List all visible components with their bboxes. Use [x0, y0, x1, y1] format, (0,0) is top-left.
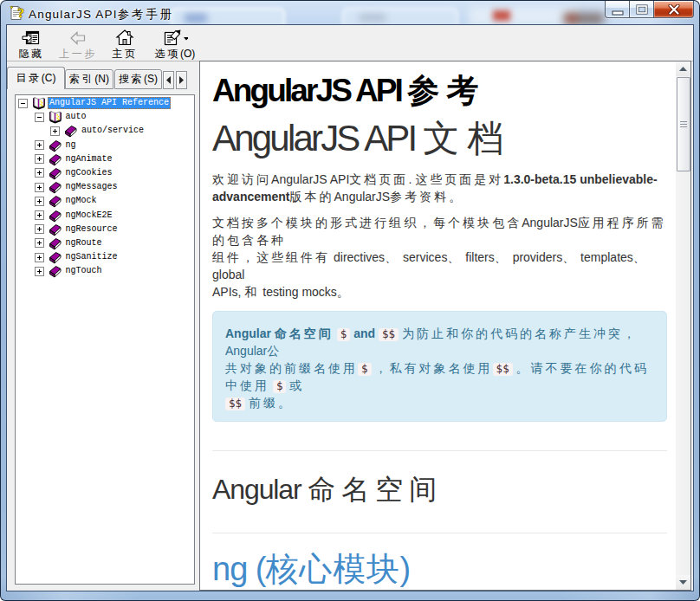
tab-index[interactable]: 索引(N): [65, 69, 113, 89]
back-label: 上一步: [59, 48, 97, 60]
section-title: Angular 命名空间: [212, 475, 667, 505]
tree-item-label: ngAnimate: [64, 153, 114, 165]
expander-icon[interactable]: [35, 253, 44, 262]
blurred-tab-3: [469, 7, 578, 25]
contents-tree: AngularJS API Reference: [15, 94, 195, 585]
paragraph-line: 文档按多个模块的形式进行组织，每个模块包含AngularJS应用程序所需的包含各…: [212, 214, 667, 249]
home-label: 主页: [112, 48, 137, 60]
left-arrow-icon: [166, 76, 171, 84]
divider: [212, 533, 667, 533]
options-button[interactable]: 选项(O): [149, 26, 201, 61]
maximize-icon: [636, 4, 648, 15]
toolbar: 隐藏 上一步 主页: [7, 25, 693, 61]
tree-item-label: ngSanitize: [64, 251, 120, 263]
expander-icon[interactable]: [35, 197, 44, 206]
tree-item-label: ngMock: [64, 195, 99, 207]
tree-item-label: auto: [64, 111, 88, 123]
blurred-smudge-red2: [566, 15, 578, 23]
book-closed-icon: [49, 264, 62, 278]
tree-item[interactable]: ngAnimate: [16, 152, 194, 166]
expander-icon[interactable]: [35, 267, 44, 276]
tree-item-label: ngMockE2E: [64, 210, 114, 222]
titlebar[interactable]: ? AngularJS API参考手册: [1, 1, 699, 25]
doc-paragraph-2: 文档按多个模块的形式进行组织，每个模块包含AngularJS应用程序所需的包含各…: [212, 214, 667, 300]
home-button[interactable]: 主页: [105, 26, 145, 61]
alert-line: Angular 命名空间 $ and $$ 为防止和你的代码的名称产生冲突，An…: [225, 325, 654, 359]
tree-item[interactable]: AngularJS API Reference: [16, 96, 194, 110]
tree-item[interactable]: ngSanitize: [16, 250, 194, 264]
tab-scroll-left-button[interactable]: [163, 71, 174, 89]
module-title-link[interactable]: ng (核心模块): [212, 551, 667, 587]
maximize-button[interactable]: [630, 1, 654, 18]
minimize-button[interactable]: [605, 1, 630, 18]
book-open-icon: [32, 96, 46, 110]
blurred-smudge-gray: [360, 14, 386, 22]
tree-item[interactable]: ngMessages: [16, 180, 194, 194]
tree-item[interactable]: auto: [16, 110, 194, 124]
book-closed-icon: [49, 250, 62, 264]
scroll-up-button[interactable]: [676, 61, 690, 76]
tab-contents-label: 目录(C): [16, 71, 56, 86]
blurred-smudge-blue: [185, 14, 207, 23]
expander-icon[interactable]: [18, 99, 28, 108]
tree-item-label: auto/service: [80, 125, 146, 137]
doc-page-title: AngularJS API 文档: [212, 119, 667, 158]
document: AngularJS API 参考 AngularJS API 文档 欢迎访问An…: [200, 61, 676, 590]
expander-icon[interactable]: [35, 183, 44, 192]
help-viewer-window: ? AngularJS API参考手册: [0, 0, 700, 601]
book-closed-icon: [49, 166, 62, 180]
tree-item[interactable]: ngResource: [16, 223, 194, 236]
tab-search[interactable]: 搜索(S): [114, 69, 162, 89]
down-arrow-icon: [679, 580, 687, 585]
expander-icon[interactable]: [35, 210, 44, 220]
back-button[interactable]: 上一步: [58, 26, 98, 61]
alert-line: 共对象的前缀名使用$ ，私有对象名使用$$ 。请不要在你的代码中使用 $ 或: [225, 359, 654, 394]
content-pane: AngularJS API 参考 AngularJS API 文档 欢迎访问An…: [199, 61, 691, 591]
book-open-icon: [49, 110, 62, 124]
expander-icon[interactable]: [35, 140, 44, 150]
hide-window-icon: [22, 29, 41, 47]
expander-icon[interactable]: [35, 238, 44, 248]
book-closed-icon: [49, 223, 62, 236]
tree-item-label: ngRoute: [64, 237, 104, 249]
book-closed-icon: [49, 236, 62, 250]
vertical-scrollbar[interactable]: [676, 61, 690, 590]
tree-item[interactable]: ngTouch: [16, 264, 194, 278]
tree-item[interactable]: ngCookies: [16, 166, 194, 180]
expander-icon[interactable]: [35, 113, 44, 122]
tree-item-label: ngCookies: [64, 167, 114, 179]
tree-item[interactable]: ng: [16, 139, 194, 152]
close-icon: [667, 4, 680, 15]
back-arrow-icon: [69, 29, 87, 47]
expander-icon[interactable]: [35, 224, 44, 234]
minimize-icon: [612, 8, 624, 16]
hide-label: 隐藏: [18, 48, 43, 60]
tab-contents[interactable]: 目录(C): [7, 67, 65, 89]
up-arrow-icon: [679, 67, 687, 71]
right-arrow-icon: [179, 76, 184, 84]
tree-item[interactable]: auto/service: [16, 124, 194, 138]
tree-item[interactable]: ngRoute: [16, 236, 194, 250]
paragraph-line: 欢迎访问AngularJS API文档页面. 这些页面是对1.3.0-beta.…: [212, 171, 667, 188]
thumb-grip: [680, 121, 687, 128]
home-icon: [115, 29, 134, 47]
book-closed-icon: [49, 194, 62, 208]
tree-item-label: ng: [64, 139, 78, 152]
tab-scroll-right-button[interactable]: [176, 71, 187, 89]
close-button[interactable]: [654, 1, 694, 18]
hide-button[interactable]: 隐藏: [11, 26, 51, 61]
tree-item[interactable]: ngMock: [16, 194, 194, 208]
expander-icon[interactable]: [50, 126, 60, 136]
tree-item-label: ngMessages: [64, 181, 120, 193]
tree-item[interactable]: ngMockE2E: [16, 209, 194, 223]
tab-index-label: 索引(N): [69, 72, 109, 87]
expander-icon[interactable]: [35, 168, 44, 178]
options-label: 选项(O): [155, 48, 196, 60]
scroll-down-button[interactable]: [676, 575, 690, 590]
options-icon: [162, 29, 188, 47]
divider: [212, 450, 667, 451]
tree-item-label: AngularJS API Reference: [48, 97, 171, 109]
expander-icon[interactable]: [35, 154, 44, 164]
scrollbar-thumb[interactable]: [677, 77, 690, 171]
tree-item-label: ngResource: [64, 223, 120, 236]
